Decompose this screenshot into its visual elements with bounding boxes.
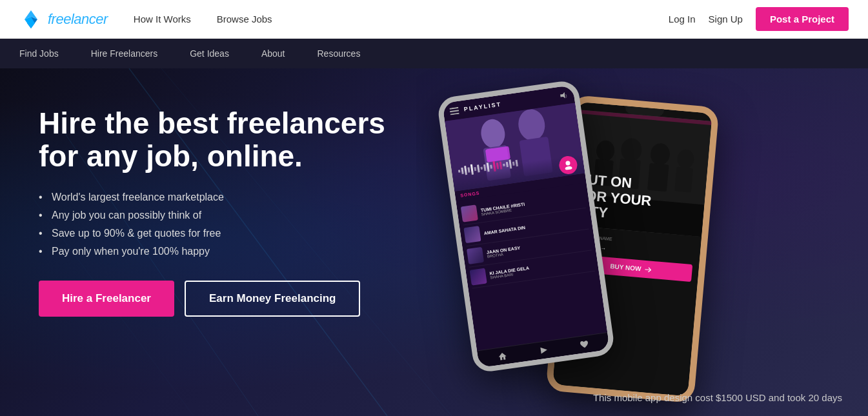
thumb-3: [467, 247, 484, 264]
signup-link[interactable]: Sign Up: [709, 14, 743, 25]
thumb-1: [461, 204, 478, 222]
bullet-1: World's largest freelance marketplace: [39, 192, 400, 203]
svg-point-37: [565, 161, 570, 166]
svg-rect-21: [467, 167, 470, 172]
earn-money-button[interactable]: Earn Money Freelancing: [185, 281, 361, 317]
bullet-2: Any job you can possibly think of: [39, 210, 400, 221]
svg-rect-31: [500, 161, 503, 169]
svg-marker-40: [540, 346, 547, 353]
resources-link[interactable]: Resources: [317, 48, 360, 59]
arrow-right-icon: [645, 266, 652, 272]
browse-jobs-link[interactable]: Browse Jobs: [217, 14, 272, 25]
top-nav: freelancer How It Works Browse Jobs Log …: [0, 0, 868, 39]
hero-buttons: Hire a Freelancer Earn Money Freelancing: [39, 281, 400, 317]
svg-rect-33: [506, 162, 509, 167]
svg-marker-39: [498, 352, 507, 361]
svg-rect-36: [516, 160, 518, 166]
svg-text:): ): [565, 94, 567, 97]
svg-rect-18: [458, 170, 461, 172]
menu-icon: [449, 106, 459, 115]
find-jobs-link[interactable]: Find Jobs: [19, 48, 59, 59]
profile-icon: [563, 160, 574, 170]
logo-text: freelancer: [48, 11, 108, 28]
home-icon: [498, 351, 508, 361]
svg-rect-26: [483, 164, 486, 171]
svg-rect-19: [461, 168, 463, 174]
hero-phones: PLAYLIST ): [416, 68, 868, 416]
svg-rect-35: [512, 162, 515, 166]
hero-title: Hire the best freelancers for any job, o…: [39, 107, 400, 172]
hero-caption: This mobile app design cost $1500 USD an…: [593, 392, 842, 403]
songs-tab: SONGS: [460, 190, 480, 197]
playlist-items: TUMI CHAILE #RISTI SHAKA SOMBRE AMAR SAH…: [456, 183, 607, 350]
caption-text: This mobile app design cost $1500 USD an…: [593, 392, 842, 403]
hire-freelancers-link[interactable]: Hire Freelancers: [91, 48, 157, 59]
svg-rect-25: [480, 166, 483, 169]
top-nav-links: How It Works Browse Jobs: [134, 14, 669, 25]
top-nav-right: Log In Sign Up Post a Project: [669, 7, 849, 31]
how-it-works-link[interactable]: How It Works: [134, 14, 191, 25]
follower-badge: [558, 155, 579, 175]
svg-point-38: [565, 166, 572, 170]
svg-rect-9: [450, 112, 459, 115]
get-ideas-link[interactable]: Get Ideas: [190, 48, 229, 59]
svg-rect-34: [509, 159, 512, 168]
buy-btn-label: BUY NOW: [610, 262, 641, 272]
svg-rect-24: [477, 164, 480, 172]
playlist-label: PLAYLIST: [463, 101, 502, 113]
svg-marker-54: [645, 266, 652, 272]
hero-section: Hire the best freelancers for any job, o…: [0, 68, 868, 416]
about-link[interactable]: About: [261, 48, 285, 59]
bullet-3: Save up to 90% & get quotes for free: [39, 228, 400, 239]
hire-freelancer-button[interactable]: Hire a Freelancer: [39, 281, 174, 317]
svg-rect-29: [492, 161, 496, 172]
hero-bullets: World's largest freelance marketplace An…: [39, 192, 400, 257]
logo[interactable]: freelancer: [19, 10, 108, 28]
svg-rect-32: [503, 164, 505, 166]
thumb-4: [470, 268, 487, 285]
post-project-button[interactable]: Post a Project: [756, 7, 849, 31]
svg-rect-30: [496, 163, 499, 169]
secondary-nav: Find Jobs Hire Freelancers Get Ideas Abo…: [0, 39, 868, 68]
svg-rect-28: [490, 164, 492, 168]
thumb-2: [463, 226, 481, 243]
bullet-4: Pay only when you're 100% happy: [39, 246, 400, 257]
login-link[interactable]: Log In: [669, 14, 696, 25]
svg-rect-7: [449, 106, 458, 109]
svg-rect-20: [464, 166, 467, 175]
svg-rect-8: [450, 110, 459, 112]
freelancer-logo-icon: [19, 10, 43, 28]
svg-marker-10: [560, 92, 565, 99]
svg-rect-22: [470, 164, 474, 175]
svg-rect-27: [487, 163, 490, 172]
svg-rect-23: [474, 167, 476, 171]
heart-icon: [579, 339, 589, 350]
hero-content: Hire the best freelancers for any job, o…: [39, 107, 400, 317]
speaker-icon: ): [558, 91, 569, 100]
play-icon: [538, 345, 549, 355]
